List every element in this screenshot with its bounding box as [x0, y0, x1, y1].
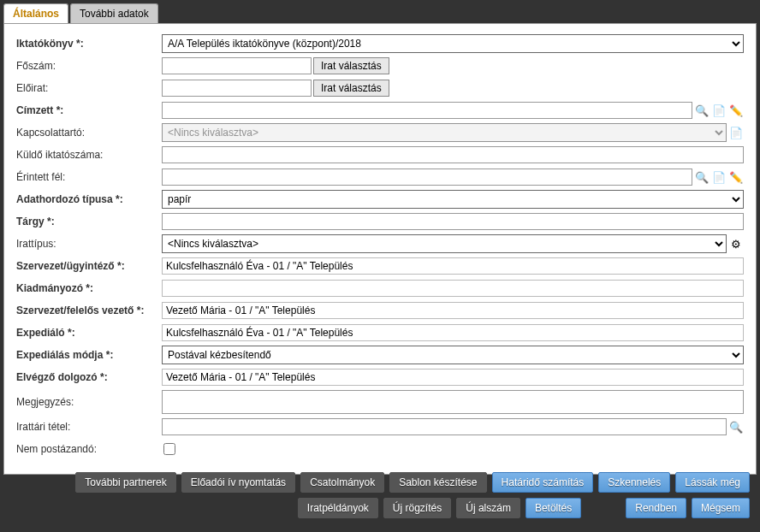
checkbox-nem-postazando[interactable]	[163, 443, 175, 455]
search-icon[interactable]: 🔍	[694, 103, 710, 118]
label-kiadmanyozo: Kiadmányozó *:	[16, 282, 162, 294]
btn-irat-valasztas-foszam[interactable]: Irat választás	[313, 57, 389, 74]
label-szervezet-felelos: Szervezet/felelős vezető *:	[16, 304, 162, 316]
label-szervezet-ugyintezo: Szervezet/ügyintéző *:	[16, 260, 162, 272]
config-icon-irattipus[interactable]: ⚙	[728, 236, 744, 251]
tab-general[interactable]: Általános	[3, 3, 68, 23]
btn-sablon-keszitese[interactable]: Sablon készítése	[389, 472, 486, 493]
label-megjegyzes: Megjegyzés:	[16, 396, 162, 408]
btn-iratpeldanyok[interactable]: Iratpéldányok	[298, 498, 378, 518]
textarea-megjegyzes[interactable]	[162, 390, 744, 414]
form-panel: Iktatókönyv *: A/A Település iktatókönyv…	[3, 23, 757, 475]
label-expedialo: Expediáló *:	[16, 327, 162, 339]
label-adathordozo: Adathordozó típusa *:	[16, 193, 162, 205]
label-elvegzo-dolgozo: Elvégző dolgozó *:	[16, 371, 162, 383]
btn-eloadoi-iv[interactable]: Előadói ív nyomtatás	[181, 472, 295, 493]
select-irattipus[interactable]: <Nincs kiválasztva>	[162, 234, 727, 253]
add-icon[interactable]: 📄	[711, 103, 727, 118]
label-cimzett: Címzett *:	[16, 104, 162, 116]
search-icon-irattari[interactable]: 🔍	[728, 419, 744, 434]
label-eloirat: Előirat:	[16, 82, 162, 94]
btn-tovabbi-partnerek[interactable]: További partnerek	[75, 472, 175, 493]
input-cimzett[interactable]	[162, 102, 692, 119]
select-kapcsolattarto: <Nincs kiválasztva>	[162, 123, 727, 142]
input-erintett-fel[interactable]	[162, 168, 692, 186]
btn-szkenneles[interactable]: Szkennelés	[598, 472, 670, 493]
input-targy[interactable]	[162, 213, 744, 230]
label-expedialas-modja: Expediálás módja *:	[16, 349, 162, 361]
label-targy: Tárgy *:	[16, 216, 162, 228]
btn-uj-rogzites[interactable]: Új rögzítés	[383, 498, 451, 518]
input-kuldo-iktatoszama[interactable]	[162, 146, 744, 163]
label-nem-postazando: Nem postázandó:	[16, 443, 162, 455]
add-icon-kapcsolattarto[interactable]: 📄	[728, 125, 744, 140]
input-eloirat[interactable]	[162, 80, 312, 97]
value-elvegzo-dolgozo[interactable]: Vezető Mária - 01 / "A" Település	[162, 369, 744, 386]
footer: További partnerek Előadói ív nyomtatás C…	[3, 467, 757, 529]
btn-lassak-meg[interactable]: Lássák még	[675, 472, 750, 493]
select-iktatokonyv[interactable]: A/A Település iktatókönyve (központ)/201…	[162, 34, 744, 53]
select-expedialas-modja[interactable]: Postával kézbesítendő	[162, 346, 744, 364]
select-adathordozo[interactable]: papír	[162, 190, 744, 209]
value-szervezet-ugyintezo[interactable]: Kulcsfelhasználó Éva - 01 / "A" Települé…	[162, 257, 744, 275]
btn-hatarido-szamitas[interactable]: Határidő számítás	[492, 472, 594, 493]
btn-csatolmanyok[interactable]: Csatolmányok	[300, 472, 384, 493]
label-foszam: Főszám:	[16, 60, 162, 72]
input-irattari-tetel[interactable]	[162, 418, 727, 435]
label-erintett-fel: Érintett fél:	[16, 171, 162, 183]
btn-betoltes[interactable]: Betöltés	[525, 498, 581, 518]
value-kiadmanyozo[interactable]	[162, 280, 744, 297]
label-kuldo-iktatoszama: Küldő iktatószáma:	[16, 149, 162, 161]
label-irattipus: Irattípus:	[16, 238, 162, 250]
btn-megsem[interactable]: Mégsem	[692, 498, 750, 518]
add-icon-erintett[interactable]: 📄	[711, 169, 727, 185]
btn-irat-valasztas-eloirat[interactable]: Irat választás	[313, 80, 389, 97]
edit-icon[interactable]: ✏️	[728, 103, 744, 118]
input-foszam[interactable]	[162, 57, 312, 74]
search-icon-erintett[interactable]: 🔍	[694, 169, 710, 185]
value-szervezet-felelos[interactable]: Vezető Mária - 01 / "A" Település	[162, 302, 744, 319]
edit-icon-erintett[interactable]: ✏️	[728, 169, 744, 185]
value-expedialo[interactable]: Kulcsfelhasználó Éva - 01 / "A" Települé…	[162, 324, 744, 341]
btn-uj-alszam[interactable]: Új alszám	[456, 498, 520, 518]
btn-rendben[interactable]: Rendben	[626, 498, 686, 518]
tab-additional[interactable]: További adatok	[70, 3, 158, 23]
label-kapcsolattarto: Kapcsolattartó:	[16, 127, 162, 139]
label-irattari-tetel: Irattári tétel:	[16, 421, 162, 433]
label-iktatokonyv: Iktatókönyv *:	[16, 38, 162, 50]
